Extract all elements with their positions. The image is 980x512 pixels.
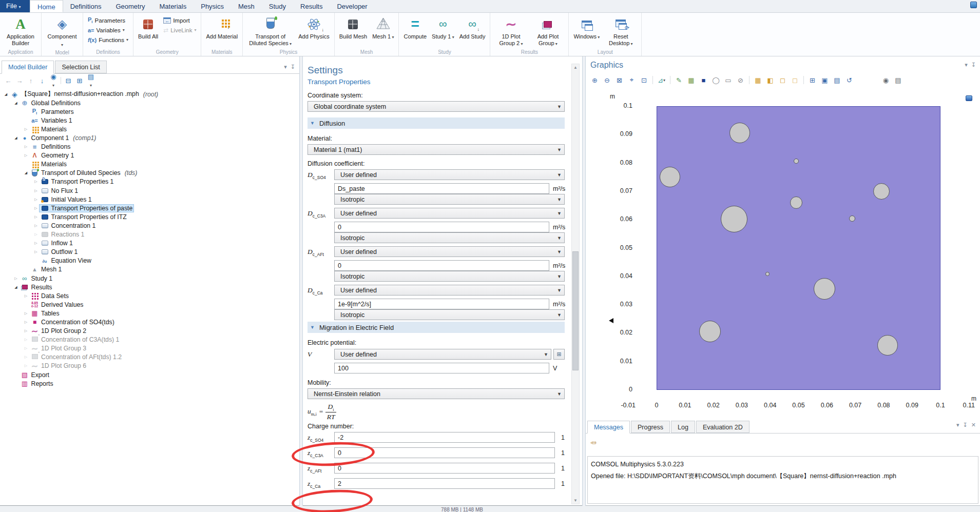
add-plot-group-button[interactable]: Add Plot Group ▾ xyxy=(530,14,566,47)
reset-view-icon[interactable]: ⊡ xyxy=(638,74,650,86)
zoom-out-icon[interactable]: ⊖ xyxy=(601,74,613,86)
graphics-pin-icon[interactable]: ↧ xyxy=(971,62,976,68)
expander-icon[interactable]: ◢ xyxy=(23,171,29,175)
tree-node[interactable]: 8.85e-12Derived Values xyxy=(29,301,85,309)
tree-node[interactable]: ▲Mesh 1 xyxy=(29,265,63,273)
next-node-icon[interactable]: → xyxy=(15,77,24,85)
tree-node[interactable]: ●Component 1(comp1) xyxy=(19,134,98,142)
ribbon-tab-definitions[interactable]: Definitions xyxy=(63,0,109,12)
tree-node[interactable]: Transport Properties of ITZ xyxy=(39,213,128,221)
tree-node[interactable]: Transport of Diluted Species(tds) xyxy=(29,169,139,177)
edit-field-button[interactable]: ⊞ xyxy=(553,349,565,360)
reset-desktop-button[interactable]: ⟳Reset Desktop ▾ xyxy=(603,14,639,47)
node-text-menu[interactable]: ▤ ▾ xyxy=(87,73,95,88)
scene-appearance-icon[interactable]: ✎ xyxy=(673,74,685,86)
expander-icon[interactable]: ▷ xyxy=(33,180,39,184)
expander-icon[interactable]: ▷ xyxy=(33,241,39,245)
d-c-ca-value-input[interactable]: 1e-9[m^2/s] xyxy=(334,299,549,309)
tree-node[interactable]: Reactions 1 xyxy=(39,230,86,239)
ribbon-tab-study[interactable]: Study xyxy=(262,0,293,12)
expander-icon[interactable]: ◢ xyxy=(3,92,9,96)
tree-node[interactable]: a=Variables 1 xyxy=(29,116,74,125)
file-menu-button[interactable]: File ▾ xyxy=(0,0,30,12)
d-c-c3a-value-input[interactable]: 0 xyxy=(334,222,549,232)
expander-icon[interactable]: ▷ xyxy=(23,153,29,157)
model-builder-menu-icon[interactable]: ▾ xyxy=(284,64,287,70)
component-button[interactable]: ◈Component ▾ xyxy=(44,14,80,48)
ribbon-tab-mesh[interactable]: Mesh xyxy=(231,0,262,12)
d-c-aft-tensor-select[interactable]: Isotropic▼ xyxy=(334,271,565,282)
messages-tab-messages[interactable]: Messages xyxy=(587,421,630,434)
expander-icon[interactable]: ▷ xyxy=(23,320,29,324)
d-c-c3a-source-select[interactable]: User defined▼ xyxy=(334,208,565,219)
z-c-aft-input[interactable]: 0 xyxy=(334,463,555,474)
show-mesh-icon[interactable]: ▤ xyxy=(831,74,843,86)
section-migration[interactable]: ▼Migration in Electric Field xyxy=(308,322,565,333)
wireframe-icon[interactable]: ▭ xyxy=(722,74,734,86)
livelink-button[interactable]: ⇄LiveLink▾ xyxy=(161,25,198,35)
zoom-to-selection-icon[interactable]: ⌖ xyxy=(626,74,638,86)
d-c-aft-source-select[interactable]: User defined▼ xyxy=(334,246,565,257)
d-c-aft-value-input[interactable]: 0 xyxy=(334,260,549,271)
ribbon-tab-materials[interactable]: Materials xyxy=(152,0,194,12)
expander-icon[interactable]: ▷ xyxy=(23,346,29,350)
z-c-ca-input[interactable]: 2 xyxy=(334,478,555,489)
ribbon-tab-home[interactable]: Home xyxy=(30,0,63,12)
tree-node[interactable]: ▥Reports xyxy=(19,380,55,388)
tree-node[interactable]: ◈【Square】nernst-diffusion+reaction .mph(… xyxy=(9,90,160,99)
tab-selection-list[interactable]: Selection List xyxy=(55,61,106,73)
messages-tab-evaluation-2d[interactable]: Evaluation 2D xyxy=(696,421,750,433)
previous-node-icon[interactable]: ← xyxy=(4,77,12,85)
transparency-icon[interactable]: ◯ xyxy=(710,74,722,86)
electric-potential-input[interactable]: 100 xyxy=(334,363,549,373)
build-mesh-button[interactable]: Build Mesh xyxy=(337,14,369,40)
d-c-so4-source-select[interactable]: User defined▼ xyxy=(334,169,565,180)
1d-plot-group-2-button[interactable]: ∼1D Plot Group 2 ▾ xyxy=(493,14,529,47)
deselect-icon[interactable]: ◻ xyxy=(789,74,801,86)
collapse-all-icon[interactable]: ⊟ xyxy=(64,77,72,85)
tree-node[interactable]: ▧Export xyxy=(19,371,51,379)
expander-icon[interactable]: ▷ xyxy=(23,329,29,333)
select-adjacent-icon[interactable]: ◧ xyxy=(764,74,776,86)
tree-node[interactable]: ≡Definitions xyxy=(29,143,72,151)
expander-icon[interactable]: ▷ xyxy=(23,294,29,298)
expander-icon[interactable]: ▷ xyxy=(13,277,19,281)
tree-node[interactable]: ⊕Global Definitions xyxy=(19,99,82,107)
tree-node[interactable]: Transport Properties of paste xyxy=(39,204,134,212)
z-c-c3a-input[interactable]: 0 xyxy=(334,447,555,458)
print-icon[interactable]: ▤ xyxy=(892,74,904,86)
messages-tab-log[interactable]: Log xyxy=(671,421,695,433)
show-material-icon[interactable]: ▣ xyxy=(819,74,831,86)
expander-icon[interactable]: ▷ xyxy=(33,232,39,237)
expander-icon[interactable]: ▷ xyxy=(23,338,29,342)
graphics-menu-icon[interactable]: ▾ xyxy=(965,62,968,68)
rotate-reset-icon[interactable]: ↺ xyxy=(843,74,855,86)
panel-divider[interactable] xyxy=(299,56,303,506)
scroll-up-icon[interactable]: ▲ xyxy=(572,65,579,70)
settings-scrollbar[interactable]: ▲ ▼ xyxy=(571,64,580,504)
d-c-c3a-tensor-select[interactable]: Isotropic▼ xyxy=(334,232,565,243)
scroll-down-icon[interactable]: ▼ xyxy=(572,498,579,503)
messages-pin-icon[interactable]: ↧ xyxy=(963,422,968,428)
snapshot-icon[interactable]: ◉ xyxy=(880,74,892,86)
transport-of-diluted-species-button[interactable]: Transport of Diluted Species ▾ xyxy=(245,14,295,47)
show-selection-icon[interactable]: ⊞ xyxy=(806,74,818,86)
graphics-canvas[interactable]: m m 0.10.090.080.070.060.050.040.030.020… xyxy=(586,88,980,418)
expander-icon[interactable]: ▷ xyxy=(33,215,39,219)
d-c-so4-tensor-select[interactable]: Isotropic▼ xyxy=(334,194,565,205)
ribbon-tab-physics[interactable]: Physics xyxy=(194,0,231,12)
expander-icon[interactable]: ▷ xyxy=(33,250,39,254)
move-down-icon[interactable]: ↓ xyxy=(38,77,46,85)
expander-icon[interactable]: ◢ xyxy=(13,285,19,289)
zoom-in-icon[interactable]: ⊕ xyxy=(589,74,601,86)
expander-icon[interactable]: ◢ xyxy=(13,101,19,105)
expander-icon[interactable]: ▷ xyxy=(33,224,39,228)
expander-icon[interactable]: ▷ xyxy=(33,189,39,193)
coordinate-system-select[interactable]: Global coordinate system▼ xyxy=(308,101,565,112)
show-menu[interactable]: ◉ ▾ xyxy=(49,73,57,88)
material-select[interactable]: Material 1 (mat1)▼ xyxy=(308,144,565,155)
tree-node[interactable]: ■Concentration of SO4(tds) xyxy=(29,318,116,326)
add-study-button[interactable]: ∞↓Add Study xyxy=(457,14,488,40)
select-box-icon[interactable]: ▦ xyxy=(752,74,764,86)
plot-corner-icon[interactable] xyxy=(966,95,972,101)
